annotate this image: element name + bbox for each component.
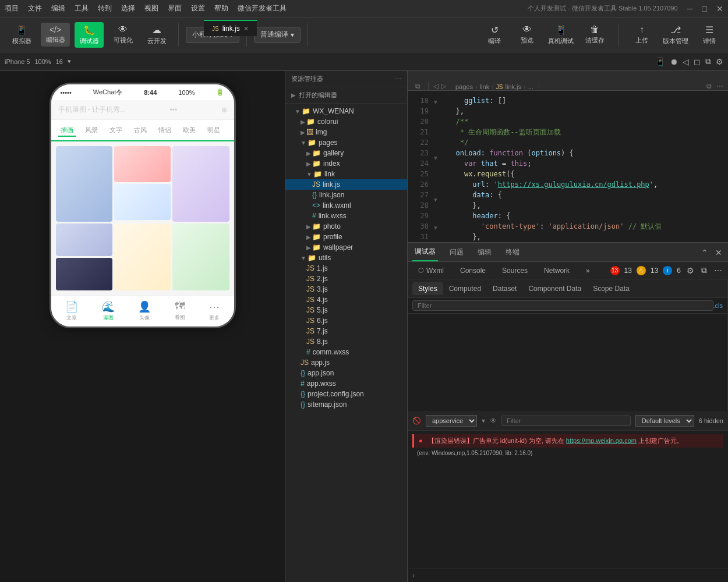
console-filter-input[interactable] (501, 416, 631, 426)
nav-item-star[interactable]: 明星 (205, 125, 222, 136)
tree-item-sitemap[interactable]: {} sitemap.json (285, 399, 407, 410)
editor-more-btn[interactable]: ⋯ (716, 82, 723, 90)
menu-tools[interactable]: 工具 (75, 3, 89, 13)
tree-item-link[interactable]: ▼ 📁 link (285, 169, 407, 179)
menu-wechat-devtools[interactable]: 微信开发者工具 (238, 3, 287, 13)
menu-interface[interactable]: 界面 (168, 3, 182, 13)
nav-item-ancient[interactable]: 古风 (132, 125, 149, 136)
copy-icon[interactable]: ⧉ (705, 56, 711, 66)
menu-settings[interactable]: 设置 (191, 3, 205, 13)
simulator-btn[interactable]: 📱 模拟器 (7, 22, 36, 48)
photo-cell-1[interactable] (56, 146, 112, 222)
menu-edit[interactable]: 编辑 (51, 3, 65, 13)
tree-item-index[interactable]: ▶ 📁 index (285, 158, 407, 169)
style-tab-styles[interactable]: Styles (412, 282, 443, 295)
code-area[interactable]: gglist: [] }, /** * 生命周期函数--监听页面加载 */ on… (440, 91, 728, 242)
console-clear-btn[interactable]: 🚫 (412, 417, 421, 425)
menu-select[interactable]: 选择 (121, 3, 135, 13)
photo-cell-5[interactable] (56, 223, 112, 256)
debugger-btn[interactable]: 🐛 调试器 (75, 22, 104, 48)
nav-item-western[interactable]: 欧美 (181, 125, 198, 136)
console-toggle-btn[interactable]: 👁 (490, 417, 497, 425)
editor-split-btn[interactable]: ⧉ (706, 82, 712, 90)
tree-item-utils[interactable]: ▼ 📁 utils (285, 253, 407, 263)
bottom-nav-avatar[interactable]: 👤 头像 (138, 300, 151, 322)
upload-btn[interactable]: ↑ 上传 (630, 24, 653, 45)
tree-item-1js[interactable]: JS1.js (285, 263, 407, 274)
devtools-close-btn[interactable]: ✕ (714, 247, 723, 258)
devtools-sub-tab-console[interactable]: Console (454, 264, 492, 277)
devtools-tab-issues[interactable]: 问题 (447, 244, 466, 261)
photo-cell-7[interactable] (114, 223, 171, 290)
tree-item-4js[interactable]: JS4.js (285, 294, 407, 305)
tools-icon[interactable]: ⚙ (716, 57, 723, 66)
tree-item-link-wxss[interactable]: # link.wxss (285, 211, 407, 221)
phone-menu-dots[interactable]: ••• (170, 106, 178, 114)
tree-item-photo[interactable]: ▶ 📁 photo (285, 221, 407, 232)
visual-btn[interactable]: 👁 可视化 (108, 22, 137, 47)
cls-button[interactable]: .cls (713, 302, 723, 309)
menu-file[interactable]: 文件 (28, 3, 42, 13)
tree-item-8js[interactable]: JS8.js (285, 336, 407, 347)
split-icon[interactable]: ⧉ (415, 82, 420, 90)
console-dropdown-arrow[interactable]: ▾ (482, 417, 485, 425)
menu-project[interactable]: 项目 (5, 3, 19, 13)
menu-view[interactable]: 视图 (144, 3, 158, 13)
devtools-dock-btn[interactable]: ⧉ (700, 264, 708, 276)
style-tab-dataset[interactable]: Dataset (487, 282, 522, 295)
devtools-sub-tab-wxml[interactable]: ⬡ Wxml (412, 264, 450, 277)
real-device-btn[interactable]: 📱 真机调试 (548, 24, 574, 45)
console-service-select[interactable]: appservice (426, 415, 477, 427)
fold-25[interactable]: ▼ (431, 151, 440, 165)
photo-cell-8[interactable] (172, 223, 229, 290)
tree-item-wallpaper[interactable]: ▶ 📁 wallpaper (285, 242, 407, 253)
devtools-tab-edit[interactable]: 编辑 (475, 244, 494, 261)
tree-item-profile[interactable]: ▶ 📁 profile (285, 232, 407, 242)
fold-30[interactable]: ▼ (431, 221, 440, 235)
devtools-tab-terminal[interactable]: 终端 (503, 244, 522, 261)
tab-back-btn[interactable]: ◁ (433, 82, 439, 90)
phone-icon[interactable]: 📱 (655, 57, 665, 66)
record-icon[interactable]: ⏺ (670, 57, 678, 66)
devtools-sub-tab-network[interactable]: Network (538, 264, 575, 277)
devtools-tab-debugger[interactable]: 调试器 (412, 243, 438, 261)
phone-more-icon[interactable]: ⊕ (221, 106, 227, 114)
close-btn[interactable]: ✕ (716, 4, 723, 13)
devtools-more-btn[interactable]: ⋯ (713, 265, 723, 276)
bottom-nav-article[interactable]: 📄 文章 (65, 300, 78, 322)
tree-item-img[interactable]: ▶ 🖼 img (285, 127, 407, 137)
devtools-settings-btn[interactable]: ⚙ (685, 265, 695, 276)
style-tab-component-data[interactable]: Component Data (522, 282, 587, 295)
minimize-btn[interactable]: ─ (687, 4, 693, 13)
nav-item-illustration[interactable]: 插画 (58, 125, 76, 137)
photo-cell-4[interactable] (172, 146, 229, 222)
tab-forward-btn[interactable]: ▷ (441, 82, 446, 90)
tree-item-project-config[interactable]: {} project.config.json (285, 389, 407, 399)
tree-item-2js[interactable]: JS2.js (285, 274, 407, 284)
tree-item-colorui[interactable]: ▶ 📁 colorui (285, 116, 407, 127)
detail-btn[interactable]: ☰ 详情 (698, 24, 721, 45)
back-icon[interactable]: ◁ (683, 57, 689, 66)
tree-item-gallery[interactable]: ▶ 📁 gallery (285, 148, 407, 158)
editor-btn[interactable]: </> 编辑器 (41, 23, 70, 47)
file-panel-menu[interactable]: ⋯ (395, 75, 401, 83)
style-tab-computed[interactable]: Computed (443, 282, 487, 295)
devtools-sub-tab-sources[interactable]: Sources (496, 264, 533, 277)
tree-item-pages[interactable]: ▼ 📁 pages (285, 137, 407, 148)
cloud-btn[interactable]: ☁ 云开发 (142, 22, 171, 48)
bottom-nav-view[interactable]: 🗺 看图 (175, 300, 185, 322)
fold-28[interactable]: ▼ (431, 193, 440, 207)
tree-item-link-json[interactable]: {} link.json (285, 190, 407, 200)
tree-item-appjson[interactable]: {} app.json (285, 368, 407, 378)
tree-item-appjs[interactable]: JS app.js (285, 357, 407, 368)
tree-item-appwxss[interactable]: # app.wxss (285, 378, 407, 389)
tree-item-5js[interactable]: JS5.js (285, 305, 407, 315)
maximize-btn[interactable]: □ (702, 4, 707, 13)
bottom-nav-photo[interactable]: 🌊 瀑图 (102, 300, 115, 322)
compile-dropdown[interactable]: 普通编译 ▾ (254, 27, 301, 43)
console-input[interactable] (418, 572, 723, 580)
tree-item-6js[interactable]: JS6.js (285, 315, 407, 326)
console-level-select[interactable]: Default levels (635, 415, 694, 427)
tree-item-3js[interactable]: JS3.js (285, 284, 407, 294)
clear-cache-btn[interactable]: 🗑 清缓存 (583, 24, 606, 45)
